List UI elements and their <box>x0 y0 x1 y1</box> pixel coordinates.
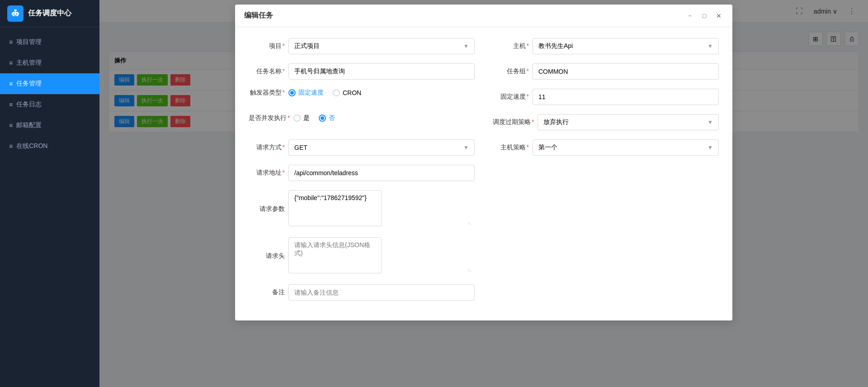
chevron-down-icon: ▼ <box>463 43 469 49</box>
remark-input[interactable] <box>288 284 475 301</box>
task-name-label: 任务名称* <box>249 67 285 76</box>
concurrent-field: 是否并发执行* 是 否 <box>249 114 475 122</box>
modal-title: 编辑任务 <box>244 11 273 20</box>
form-row-1: 项目* 正式项目 ▼ 主机* 教书先生Api ▼ <box>249 38 719 54</box>
request-params-field: 请求参数 {"mobile":"17862719592"} ⤡ <box>249 190 475 228</box>
task-name-input[interactable] <box>288 63 475 80</box>
robot-icon <box>10 9 20 19</box>
request-header-field: 请求头 ⤡ <box>249 237 475 275</box>
remark-label: 备注 <box>249 288 285 296</box>
host-strategy-select[interactable]: 第一个 ▼ <box>533 139 719 156</box>
request-method-select[interactable]: GET ▼ <box>288 139 475 156</box>
project-label: 项目* <box>249 42 285 50</box>
trigger-fixed-radio[interactable]: 固定速度 <box>288 89 324 97</box>
sidebar-item-task[interactable]: ≡ 任务管理 <box>0 73 99 94</box>
chevron-down-icon: ▼ <box>708 144 713 151</box>
project-select[interactable]: 正式项目 ▼ <box>288 38 475 54</box>
trigger-cron-label: CRON <box>343 89 361 96</box>
concurrent-no-label: 否 <box>329 114 335 122</box>
project-field: 项目* 正式项目 ▼ <box>249 38 475 54</box>
host-field: 主机* 教书先生Api ▼ <box>493 38 719 54</box>
schedule-strategy-value: 放弃执行 <box>543 118 569 126</box>
trigger-fixed-label: 固定速度 <box>298 89 324 97</box>
request-url-field: 请求地址* <box>249 165 475 181</box>
chevron-down-icon: ▼ <box>708 43 713 49</box>
resize-handle: ⤡ <box>467 268 473 273</box>
request-header-input[interactable] <box>288 237 382 273</box>
main-area: ⛶ admin ∨ ⋮ ⊞ ⚿ ⎙ 操作 编辑 执行一次 删除 <box>99 0 868 387</box>
edit-task-modal: 编辑任务 － □ ✕ 项目* 正式项目 <box>235 5 732 320</box>
modal-controls: － □ ✕ <box>685 11 723 20</box>
svg-rect-7 <box>18 13 19 15</box>
sidebar-item-project[interactable]: ≡ 项目管理 <box>0 32 99 53</box>
trigger-field: 触发器类型* 固定速度 CRON <box>249 89 475 97</box>
svg-rect-6 <box>12 13 13 15</box>
minimize-button[interactable]: － <box>685 11 694 20</box>
form-row-2: 任务名称* 任务组* <box>249 63 719 80</box>
menu-icon: ≡ <box>9 122 13 129</box>
request-header-label: 请求头 <box>249 252 285 260</box>
close-button[interactable]: ✕ <box>714 11 723 20</box>
task-group-input[interactable] <box>533 63 719 80</box>
sidebar-item-label: 在线CRON <box>16 142 47 150</box>
host-strategy-value: 第一个 <box>538 143 557 152</box>
form-row-4: 是否并发执行* 是 否 <box>249 114 719 130</box>
svg-point-3 <box>14 13 15 14</box>
app-title: 任务调度中心 <box>28 9 71 18</box>
sidebar-item-host[interactable]: ≡ 主机管理 <box>0 53 99 73</box>
form-row-5: 请求方式* GET ▼ 主机策略* 第一个 ▼ <box>249 139 719 156</box>
sidebar-item-label: 主机管理 <box>16 59 42 67</box>
sidebar-item-cron[interactable]: ≡ 在线CRON <box>0 136 99 157</box>
request-params-label: 请求参数 <box>249 205 285 213</box>
request-method-label: 请求方式* <box>249 143 285 152</box>
form-row-7: 请求参数 {"mobile":"17862719592"} ⤡ <box>249 190 719 228</box>
menu-icon: ≡ <box>9 101 13 108</box>
fixed-speed-input[interactable] <box>533 89 719 105</box>
sidebar-item-mail[interactable]: ≡ 邮箱配置 <box>0 115 99 136</box>
resize-handle: ⤡ <box>467 221 473 226</box>
form-row-6: 请求地址* <box>249 165 719 181</box>
remark-field: 备注 <box>249 284 475 301</box>
maximize-button[interactable]: □ <box>700 11 709 20</box>
request-params-input[interactable]: {"mobile":"17862719592"} <box>288 190 382 226</box>
trigger-radio-group: 固定速度 CRON <box>288 89 475 97</box>
schedule-strategy-select[interactable]: 放弃执行 ▼ <box>538 114 719 130</box>
request-url-input[interactable] <box>288 165 475 181</box>
form-row-9: 备注 <box>249 284 719 301</box>
host-select[interactable]: 教书先生Api ▼ <box>533 38 719 54</box>
radio-circle-no <box>319 115 326 122</box>
concurrent-label: 是否并发执行* <box>249 114 290 122</box>
radio-circle-cron <box>333 89 340 96</box>
concurrent-yes-radio[interactable]: 是 <box>293 114 310 122</box>
modal-header: 编辑任务 － □ ✕ <box>235 5 732 27</box>
schedule-strategy-field: 调度过期策略* 放弃执行 ▼ <box>493 114 719 130</box>
trigger-cron-radio[interactable]: CRON <box>333 89 361 96</box>
svg-rect-5 <box>14 15 17 15</box>
form-row-3: 触发器类型* 固定速度 CRON <box>249 89 719 105</box>
menu-icon: ≡ <box>9 59 13 67</box>
sidebar-item-label: 邮箱配置 <box>16 121 42 129</box>
trigger-label: 触发器类型* <box>249 89 285 97</box>
request-header-wrapper: ⤡ <box>288 237 475 275</box>
project-select-value: 正式项目 <box>294 42 320 50</box>
sidebar-header: 任务调度中心 <box>0 0 99 27</box>
host-select-value: 教书先生Api <box>538 42 573 50</box>
task-group-label: 任务组* <box>493 67 529 76</box>
sidebar-nav: ≡ 项目管理 ≡ 主机管理 ≡ 任务管理 ≡ 任务日志 ≡ 邮箱配置 ≡ 在线C… <box>0 27 99 157</box>
fixed-speed-label: 固定速度* <box>493 93 529 101</box>
radio-circle-yes <box>293 115 301 122</box>
modal-overlay: 编辑任务 － □ ✕ 项目* 正式项目 <box>99 0 868 387</box>
sidebar-item-label: 任务管理 <box>16 80 42 88</box>
fixed-speed-field: 固定速度* <box>493 89 719 105</box>
sidebar: 任务调度中心 ≡ 项目管理 ≡ 主机管理 ≡ 任务管理 ≡ 任务日志 ≡ 邮箱配… <box>0 0 99 387</box>
sidebar-item-label: 项目管理 <box>16 38 42 46</box>
sidebar-item-log[interactable]: ≡ 任务日志 <box>0 94 99 115</box>
task-name-field: 任务名称* <box>249 63 475 80</box>
sidebar-item-label: 任务日志 <box>16 100 42 109</box>
schedule-strategy-label: 调度过期策略* <box>493 118 534 126</box>
modal-body: 项目* 正式项目 ▼ 主机* 教书先生Api ▼ <box>235 27 732 320</box>
form-row-8: 请求头 ⤡ <box>249 237 719 275</box>
chevron-down-icon: ▼ <box>708 119 713 125</box>
concurrent-no-radio[interactable]: 否 <box>319 114 335 122</box>
chevron-down-icon: ▼ <box>463 144 469 151</box>
